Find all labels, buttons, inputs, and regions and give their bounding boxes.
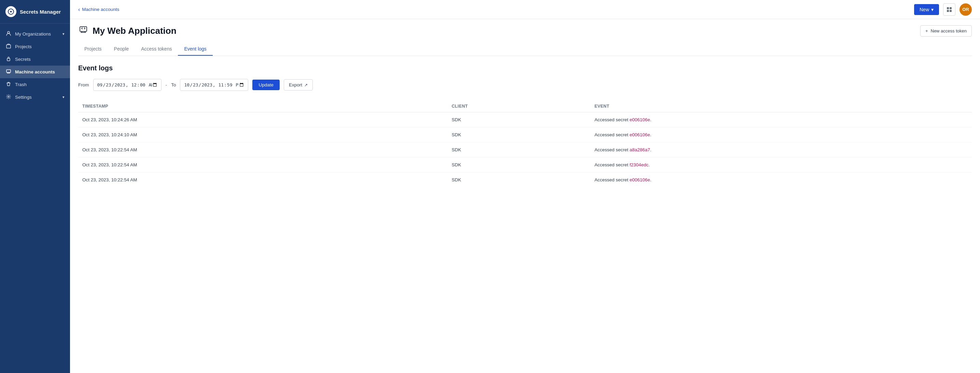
svg-rect-6 [947,7,949,9]
back-link[interactable]: ‹ Machine accounts [78,6,119,13]
new-button-label: New [920,7,929,12]
page-title: My Web Application [92,26,177,36]
grid-view-button[interactable] [943,3,955,16]
cell-client: SDK [448,128,590,142]
projects-icon [5,44,12,49]
cell-event: Accessed secret e006106e. [590,112,972,128]
sidebar-item-secrets[interactable]: Secrets [0,53,70,65]
sidebar-item-label: Trash [15,82,27,87]
col-timestamp: Timestamp [78,100,448,112]
svg-rect-2 [6,45,11,48]
from-label: From [78,82,89,88]
tab-projects[interactable]: Projects [78,43,108,56]
user-avatar[interactable]: OR [959,3,972,16]
sidebar-logo: Secrets Manager [0,0,70,24]
to-label: To [171,82,176,88]
tab-access-tokens[interactable]: Access tokens [135,43,178,56]
cell-timestamp: Oct 23, 2023, 10:24:26 AM [78,112,448,128]
back-link-label: Machine accounts [82,7,119,12]
table-header: Timestamp Client Event [78,100,972,112]
cell-event: Accessed secret a8a286a7. [590,142,972,158]
tab-event-logs[interactable]: Event logs [178,43,212,56]
secret-link[interactable]: a8a286a7 [630,147,650,152]
chevron-down-icon: ▾ [931,7,934,12]
cell-client: SDK [448,142,590,158]
avatar-initials: OR [962,7,969,12]
sidebar-item-label: Machine accounts [15,69,55,75]
cell-client: SDK [448,172,590,188]
table-row: Oct 23, 2023, 10:22:54 AMSDKAccessed sec… [78,158,972,172]
content-area: Event logs From - To Update Export ↗ Tim… [70,56,980,373]
table-row: Oct 23, 2023, 10:22:54 AMSDKAccessed sec… [78,142,972,158]
machine-account-icon [78,25,88,37]
update-button[interactable]: Update [252,80,280,90]
table-row: Oct 23, 2023, 10:22:54 AMSDKAccessed sec… [78,172,972,188]
sidebar: Secrets Manager My Organizations ▾ Proje… [0,0,70,373]
sidebar-item-label: Projects [15,44,32,49]
topbar: ‹ Machine accounts New ▾ OR [70,0,980,19]
machine-accounts-icon [5,69,12,75]
cell-client: SDK [448,158,590,172]
section-title: Event logs [78,64,972,72]
event-logs-table: Timestamp Client Event Oct 23, 2023, 10:… [78,100,972,187]
tab-label: People [114,46,129,52]
cell-event: Accessed secret e006106e. [590,128,972,142]
settings-icon [5,94,12,100]
secret-link[interactable]: e006106e [630,132,650,137]
tab-people[interactable]: People [108,43,135,56]
from-date-input[interactable] [93,79,162,91]
cell-timestamp: Oct 23, 2023, 10:22:54 AM [78,142,448,158]
svg-rect-8 [947,10,949,12]
new-access-token-label: New access token [931,28,967,33]
table-row: Oct 23, 2023, 10:24:10 AMSDKAccessed sec… [78,128,972,142]
grid-icon [947,7,952,12]
plus-icon: + [925,28,928,33]
cell-timestamp: Oct 23, 2023, 10:22:54 AM [78,158,448,172]
svg-point-1 [8,32,10,33]
new-access-token-button[interactable]: + New access token [920,25,972,37]
svg-rect-9 [950,10,952,12]
sidebar-item-my-organizations[interactable]: My Organizations ▾ [0,28,70,40]
table-header-row: Timestamp Client Event [78,100,972,112]
tab-label: Projects [84,46,102,52]
cell-timestamp: Oct 23, 2023, 10:22:54 AM [78,172,448,188]
svg-rect-3 [7,58,10,61]
col-event: Event [590,100,972,112]
topbar-right: New ▾ OR [914,3,972,16]
new-button[interactable]: New ▾ [914,4,939,15]
sidebar-item-label: Secrets [15,57,31,62]
sidebar-item-settings[interactable]: Settings ▾ [0,91,70,104]
cell-timestamp: Oct 23, 2023, 10:24:10 AM [78,128,448,142]
secret-link[interactable]: e006106e [630,117,650,122]
secret-link[interactable]: f2304edc [630,162,649,167]
chevron-down-icon: ▾ [62,95,65,99]
date-separator: - [165,82,167,88]
sidebar-item-trash[interactable]: Trash [0,78,70,91]
cell-event: Accessed secret f2304edc. [590,158,972,172]
page-header: My Web Application + New access token Pr… [70,19,980,56]
app-name: Secrets Manager [20,9,61,15]
sidebar-item-label: My Organizations [15,32,51,37]
to-date-input[interactable] [180,79,248,91]
chevron-down-icon: ▾ [62,32,65,36]
table-body: Oct 23, 2023, 10:24:26 AMSDKAccessed sec… [78,112,972,188]
export-button[interactable]: Export ↗ [284,79,313,91]
sidebar-item-label: Settings [15,95,32,100]
svg-point-5 [8,96,9,97]
svg-rect-7 [950,7,952,9]
sidebar-item-projects[interactable]: Projects [0,40,70,53]
sidebar-item-machine-accounts[interactable]: Machine accounts [0,65,70,78]
cell-client: SDK [448,112,590,128]
filter-bar: From - To Update Export ↗ [78,79,972,91]
topbar-left: ‹ Machine accounts [78,6,914,13]
trash-icon [5,81,12,88]
secret-link[interactable]: e006106e [630,177,650,182]
sidebar-nav: My Organizations ▾ Projects Secrets [0,24,70,373]
app-logo-icon [5,6,16,17]
main-content: ‹ Machine accounts New ▾ OR [70,0,980,373]
export-icon: ↗ [304,83,308,88]
cell-event: Accessed secret e006106e. [590,172,972,188]
svg-rect-4 [6,70,11,72]
tab-label: Access tokens [141,46,172,52]
secrets-icon [5,56,12,62]
